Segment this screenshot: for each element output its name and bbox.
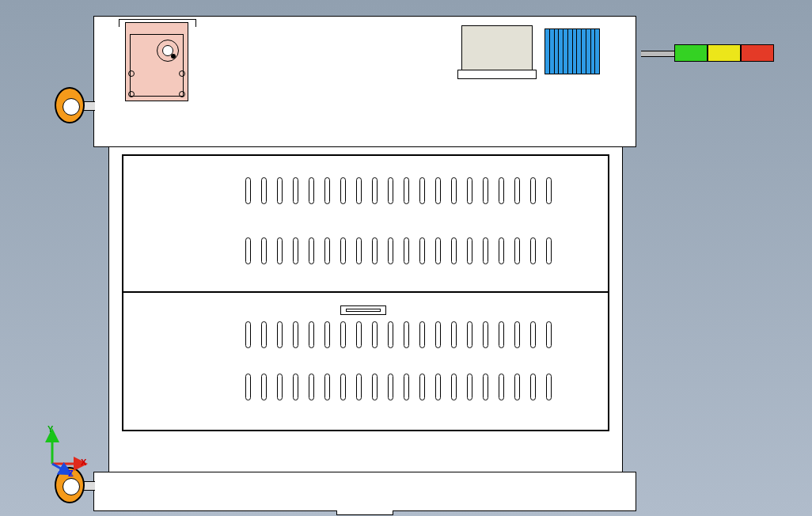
axis-label-z: Z bbox=[68, 469, 74, 478]
signal-segment-green bbox=[674, 44, 708, 62]
signal-segment-yellow bbox=[708, 44, 741, 62]
panel-divider bbox=[122, 291, 609, 293]
vent-row bbox=[245, 374, 552, 400]
signal-tower-stem bbox=[641, 51, 674, 57]
vent-row bbox=[245, 321, 552, 348]
control-box bbox=[461, 25, 533, 74]
upper-handwheel-icon bbox=[55, 87, 85, 123]
axis-label-x: X bbox=[81, 457, 86, 467]
pink-gearbox bbox=[125, 22, 188, 101]
vent-row bbox=[245, 237, 552, 264]
view-triad[interactable]: Y X Z bbox=[35, 427, 90, 483]
cad-viewport[interactable]: Y X Z bbox=[0, 0, 812, 516]
axis-label-y: Y bbox=[47, 424, 53, 434]
heatsink bbox=[544, 28, 600, 74]
vent-row bbox=[245, 177, 552, 204]
control-box-base bbox=[457, 70, 537, 79]
signal-tower bbox=[674, 44, 774, 62]
machine-bottom-cap bbox=[93, 472, 636, 511]
bottom-center-tab bbox=[336, 510, 393, 515]
gearbox-knob bbox=[157, 40, 179, 62]
door-latch bbox=[340, 305, 386, 315]
signal-segment-red bbox=[741, 44, 774, 62]
